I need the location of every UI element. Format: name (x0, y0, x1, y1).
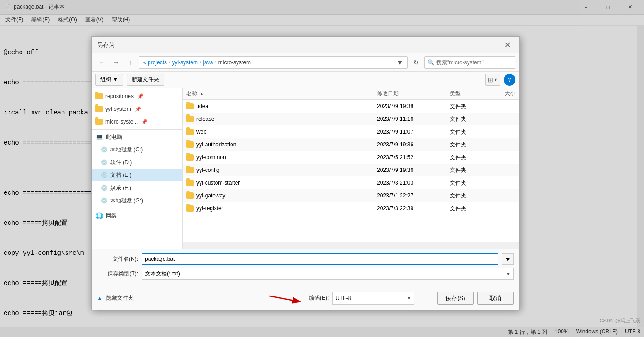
file-name: .idea (196, 103, 208, 109)
table-row[interactable]: yyl-register 2023/7/3 22:39 文件夹 (183, 202, 519, 215)
sidebar-item-micro-system[interactable]: micro-syste... 📌 (92, 115, 182, 128)
forward-button[interactable]: → (110, 56, 123, 69)
filetype-select[interactable]: 文本文档(*.txt) ▼ (142, 268, 514, 280)
folder-icon (186, 129, 194, 135)
folder-icon (186, 103, 194, 109)
table-row[interactable]: yyl-custom-starter 2023/7/3 21:03 文件夹 (183, 176, 519, 189)
search-input[interactable] (436, 59, 512, 66)
file-name: yyl-register (196, 205, 223, 212)
col-header-size[interactable]: 大小 (483, 90, 519, 98)
sidebar-item-drive-g[interactable]: 💿 本地磁盘 (G:) (92, 194, 182, 207)
file-type: 文件夹 (446, 179, 483, 187)
file-date: 2023/7/9 19:36 (373, 167, 446, 173)
file-name: yyl-gateway (196, 192, 225, 199)
breadcrumb-sep-1: › (200, 60, 201, 65)
file-name: yyl-custom-starter (196, 180, 240, 186)
dialog-footer: ▲ 隐藏文件夹 编码(E): UTF-8 ▼ (92, 286, 519, 310)
table-row[interactable]: web 2023/7/9 11:07 文件夹 (183, 125, 519, 138)
search-bar: 🔍 (424, 56, 515, 69)
footer-buttons: 保存(S) 取消 (437, 292, 514, 305)
sidebar-item-label: 网络 (106, 212, 117, 220)
file-date: 2023/7/9 19:38 (373, 103, 446, 109)
cancel-button[interactable]: 取消 (477, 292, 514, 305)
filetype-dropdown-icon: ▼ (506, 271, 510, 276)
sidebar-item-drive-e[interactable]: 💿 文档 (E:) (92, 169, 182, 181)
refresh-button[interactable]: ↻ (410, 56, 422, 69)
folder-icon (95, 119, 103, 125)
organize-button[interactable]: 组织 ▼ (95, 74, 123, 86)
encoding-value: UTF-8 (335, 295, 351, 301)
file-date: 2023/7/5 21:52 (373, 154, 446, 161)
folder-icon (95, 106, 103, 112)
filename-dropdown-button[interactable]: ▼ (502, 253, 514, 265)
breadcrumb-item-0[interactable]: « projects (143, 59, 167, 66)
file-type: 文件夹 (446, 166, 483, 174)
table-row[interactable]: yyl-gateway 2023/7/1 22:27 文件夹 (183, 189, 519, 202)
table-row[interactable]: release 2023/7/9 11:16 文件夹 (183, 113, 519, 125)
file-type: 文件夹 (446, 128, 483, 136)
encoding-dropdown-icon: ▼ (407, 296, 411, 301)
hide-folders-toggle[interactable]: ▲ (97, 295, 103, 301)
encoding-select[interactable]: UTF-8 ▼ (332, 292, 414, 305)
dialog-toolbar: ← → ↑ « projects › yyl-system › java › m… (92, 53, 519, 72)
file-date: 2023/7/9 19:36 (373, 141, 446, 148)
dialog-title: 另存为 (97, 41, 115, 49)
sidebar-item-drive-f[interactable]: 💿 娱乐 (F:) (92, 181, 182, 194)
save-button[interactable]: 保存(S) (437, 292, 474, 305)
filename-row: 文件名(N): ▼ (97, 253, 514, 265)
new-folder-button[interactable]: 新建文件夹 (127, 74, 164, 86)
svg-line-1 (269, 296, 299, 301)
breadcrumb-bar[interactable]: « projects › yyl-system › java › micro-s… (139, 56, 408, 69)
col-header-name[interactable]: 名称 ▲ (183, 90, 373, 98)
file-date: 2023/7/3 22:39 (373, 205, 446, 212)
dialog-close-button[interactable]: ✕ (501, 39, 514, 52)
sidebar-item-drive-c[interactable]: 💿 本地磁盘 (C:) (92, 143, 182, 156)
computer-icon: 💻 (95, 133, 103, 140)
file-type: 文件夹 (446, 103, 483, 110)
col-header-type[interactable]: 类型 (446, 90, 483, 98)
sidebar-item-repositories[interactable]: repositories 📌 (92, 90, 182, 103)
table-row[interactable]: yyl-config 2023/7/9 19:36 文件夹 (183, 164, 519, 176)
help-button[interactable]: ? (504, 74, 515, 86)
sidebar-item-label: 软件 (D:) (110, 159, 132, 166)
folder-icon (186, 116, 194, 122)
sidebar-divider-2 (92, 208, 182, 208)
breadcrumb-item-2[interactable]: java (203, 59, 213, 66)
view-button[interactable]: ⊞ ▼ (485, 74, 500, 86)
sidebar-item-label: repositories (105, 93, 134, 99)
sidebar-item-network[interactable]: 🌐 网络 (92, 209, 182, 222)
breadcrumb-sep-2: › (215, 60, 216, 65)
sidebar-item-yyl-system[interactable]: yyl-system 📌 (92, 103, 182, 115)
back-button[interactable]: ← (95, 56, 108, 69)
sidebar-item-drive-d[interactable]: 💿 软件 (D:) (92, 156, 182, 169)
up-button[interactable]: ↑ (124, 56, 137, 69)
table-row[interactable]: yyl-common 2023/7/5 21:52 文件夹 (183, 151, 519, 164)
file-type: 文件夹 (446, 205, 483, 213)
file-list-container: 名称 ▲ 修改日期 类型 大小 .idea 2023/7/9 19:38 (183, 88, 519, 249)
breadcrumb-dropdown-button[interactable]: ▼ (396, 59, 404, 66)
sidebar-divider (92, 129, 182, 130)
sidebar-item-label: yyl-system (105, 106, 131, 112)
folder-icon (186, 180, 194, 186)
file-date: 2023/7/1 22:27 (373, 192, 446, 199)
drive-icon: 💿 (101, 159, 108, 166)
hide-folders-label: 隐藏文件夹 (106, 294, 134, 302)
file-date: 2023/7/9 11:16 (373, 116, 446, 122)
sidebar-item-this-pc[interactable]: 💻 此电脑 (92, 130, 182, 143)
breadcrumb-item-1[interactable]: yyl-system (172, 59, 198, 66)
col-header-date[interactable]: 修改日期 (373, 90, 446, 98)
folder-icon (186, 167, 194, 173)
horizontal-scrollbar[interactable] (183, 242, 519, 249)
folder-icon (186, 141, 194, 148)
filetype-value: 文本文档(*.txt) (145, 270, 180, 278)
sidebar-item-label: micro-syste... (105, 119, 138, 125)
filetype-label: 保存类型(T): (97, 270, 138, 278)
pin-icon: 📌 (137, 93, 144, 99)
filename-input[interactable] (142, 253, 498, 265)
dialog-actions-bar: 组织 ▼ 新建文件夹 ⊞ ▼ ? (92, 72, 519, 88)
table-row[interactable]: .idea 2023/7/9 19:38 文件夹 (183, 100, 519, 113)
filename-label: 文件名(N): (97, 255, 138, 263)
file-name: yyl-common (196, 154, 226, 161)
table-row[interactable]: yyl-authorization 2023/7/9 19:36 文件夹 (183, 138, 519, 151)
file-name: release (196, 116, 214, 122)
